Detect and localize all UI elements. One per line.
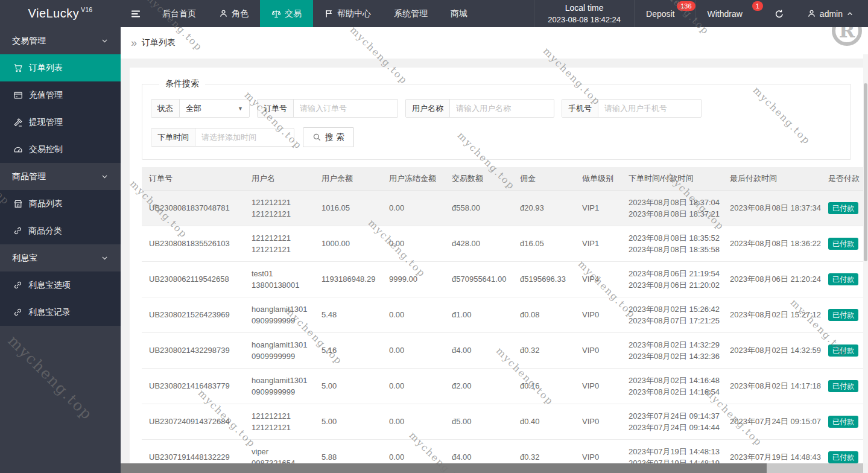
- cell-frozen-amount: 0.00: [382, 439, 445, 463]
- sidebar-item-订单列表[interactable]: 订单列表: [0, 54, 121, 81]
- horizontal-scrollbar[interactable]: [121, 463, 863, 473]
- deposit-button[interactable]: Deposit 136: [635, 0, 695, 27]
- table-row[interactable]: UB2308021416483779hoanglamit130109099999…: [142, 368, 863, 404]
- cell-vip-level: VIP0: [575, 332, 621, 368]
- sidebar-item-充值管理[interactable]: 充值管理: [0, 81, 121, 109]
- username: admin: [820, 9, 843, 19]
- sidebar-item-利息宝记录[interactable]: 利息宝记录: [0, 299, 121, 326]
- withdraw-button[interactable]: Withdraw 1: [696, 0, 763, 27]
- page-body: 条件搜索 状态 全部 ▼ 订单号 用户名称: [121, 59, 863, 463]
- sidebar-group-label: 利息宝: [12, 253, 37, 264]
- status-badge: 已付款: [828, 416, 858, 428]
- cell-user-balance: 5.00: [314, 404, 382, 439]
- brand-logo[interactable]: VieLuckyV16: [0, 0, 121, 27]
- order-time-label: 下单时间: [151, 129, 195, 146]
- cell-frozen-amount: 9999.00: [382, 261, 445, 297]
- cell-user-balance: 5.88: [314, 439, 382, 463]
- cell-pay-status: 已付款: [821, 190, 863, 226]
- time-filter-group: 下单时间: [151, 128, 294, 147]
- search-button-label: 搜 索: [325, 132, 344, 143]
- sidebar-item-交易控制[interactable]: 交易控制: [0, 136, 121, 163]
- order-no-input[interactable]: [294, 100, 398, 117]
- cell-commission: đ0.32: [513, 439, 575, 463]
- cell-user-balance: 1193186948.29: [314, 261, 382, 297]
- nav-item-label: 后台首页: [162, 8, 196, 19]
- status-badge: 已付款: [828, 451, 858, 463]
- menu-toggle-button[interactable]: [121, 0, 151, 27]
- cell-vip-level: VIP0: [575, 368, 621, 404]
- cell-order-pay-time: 2023年08月02日 14:16:482023年08月02日 14:16:54: [621, 368, 723, 404]
- cell-last-pay-time: 2023年08月02日 14:32:59: [723, 332, 821, 368]
- sidebar-group-label: 交易管理: [12, 36, 46, 46]
- column-header: 做单级别: [575, 167, 621, 190]
- vertical-scrollbar-thumb[interactable]: [864, 83, 867, 261]
- cell-frozen-amount: 0.00: [382, 297, 445, 332]
- cell-user-name: 121212121121212121: [244, 190, 314, 226]
- nav-item-4[interactable]: 系统管理: [382, 0, 439, 27]
- cell-vip-level: VIP0: [575, 297, 621, 332]
- user-menu[interactable]: admin: [796, 0, 868, 27]
- table-row[interactable]: UB2307191448132229viper09873216545.880.0…: [142, 439, 863, 463]
- nav-item-label: 系统管理: [394, 8, 428, 19]
- order-time-input[interactable]: [195, 129, 294, 146]
- deposit-badge: 136: [677, 1, 695, 11]
- person-icon: [807, 9, 816, 18]
- sidebar-item-label: 交易控制: [29, 144, 63, 155]
- status-badge: 已付款: [828, 380, 858, 392]
- nav-item-3[interactable]: 帮助中心: [313, 0, 382, 27]
- cell-pay-status: 已付款: [821, 226, 863, 261]
- chevron-down-icon: [101, 254, 109, 262]
- cell-last-pay-time: 2023年08月08日 18:37:34: [723, 190, 821, 226]
- nav-item-label: 帮助中心: [337, 8, 371, 19]
- scrollbar-corner: [863, 463, 868, 473]
- column-header: 用户名: [244, 167, 314, 190]
- sidebar-group-2[interactable]: 利息宝: [0, 244, 121, 271]
- table-row[interactable]: UB23080818370487811212121211212121211016…: [142, 190, 863, 226]
- sidebar-nav: 交易管理订单列表充值管理提现管理交易控制商品管理商品列表商品分类利息宝利息宝选项…: [0, 27, 121, 473]
- main-content: » 订单列表 条件搜索 状态 全部 ▼ 订单号: [121, 27, 868, 473]
- cell-user-balance: 5.00: [314, 368, 382, 404]
- cell-order-no: UB2307240914372684: [142, 404, 244, 439]
- nav-item-5[interactable]: 商城: [439, 0, 479, 27]
- sidebar-group-0[interactable]: 交易管理: [0, 27, 121, 54]
- cell-frozen-amount: 0.00: [382, 368, 445, 404]
- sidebar-item-商品列表[interactable]: 商品列表: [0, 190, 121, 217]
- horizontal-scrollbar-thumb[interactable]: [121, 463, 767, 473]
- refresh-button[interactable]: [763, 0, 796, 27]
- nav-item-1[interactable]: 角色: [207, 0, 260, 27]
- table-row[interactable]: UB23072409143726841212121211212121215.00…: [142, 404, 863, 439]
- sidebar-item-商品分类[interactable]: 商品分类: [0, 217, 121, 244]
- cell-pay-status: 已付款: [821, 368, 863, 404]
- user-filter-group: 用户名称: [405, 99, 554, 118]
- local-time-value: 2023-08-08 18:42:24: [548, 14, 621, 25]
- cell-order-no: UB2308081837048781: [142, 190, 244, 226]
- withdraw-label: Withdraw: [708, 9, 743, 19]
- sidebar-item-提现管理[interactable]: 提现管理: [0, 109, 121, 136]
- deposit-label: Deposit: [646, 9, 674, 19]
- cell-trade-amount: đ4.00: [445, 332, 513, 368]
- sidebar-item-利息宝选项[interactable]: 利息宝选项: [0, 271, 121, 299]
- search-button[interactable]: 搜 索: [303, 127, 354, 147]
- orders-card: 条件搜索 状态 全部 ▼ 订单号 用户名称: [130, 68, 863, 463]
- cell-commission: đ20.93: [513, 190, 575, 226]
- cell-vip-level: VIP4: [575, 261, 621, 297]
- sidebar-group-1[interactable]: 商品管理: [0, 163, 121, 190]
- status-badge: 已付款: [828, 273, 858, 285]
- nav-item-0[interactable]: 后台首页: [151, 0, 207, 27]
- table-row[interactable]: UB2308021526423969hoanglamit130109099999…: [142, 297, 863, 332]
- nav-item-2[interactable]: 交易: [260, 0, 313, 27]
- cell-vip-level: VIP0: [575, 439, 621, 463]
- status-badge: 已付款: [828, 238, 858, 250]
- user-name-input[interactable]: [450, 100, 554, 117]
- table-row[interactable]: UB2308062119542658test011380013800111931…: [142, 261, 863, 297]
- cell-last-pay-time: 2023年08月06日 21:20:24: [723, 261, 821, 297]
- link-icon: [13, 308, 22, 317]
- cell-order-pay-time: 2023年08月08日 18:35:522023年08月08日 18:35:58: [621, 226, 723, 261]
- table-row[interactable]: UB23080818355261031212121211212121211000…: [142, 226, 863, 261]
- table-row[interactable]: UB2308021432298739hoanglamit130109099999…: [142, 332, 863, 368]
- phone-input[interactable]: [598, 100, 701, 117]
- status-select[interactable]: 全部 ▼: [180, 100, 249, 117]
- cell-frozen-amount: 0.00: [382, 404, 445, 439]
- vertical-scrollbar[interactable]: [863, 54, 868, 463]
- cell-commission: đ0.40: [513, 404, 575, 439]
